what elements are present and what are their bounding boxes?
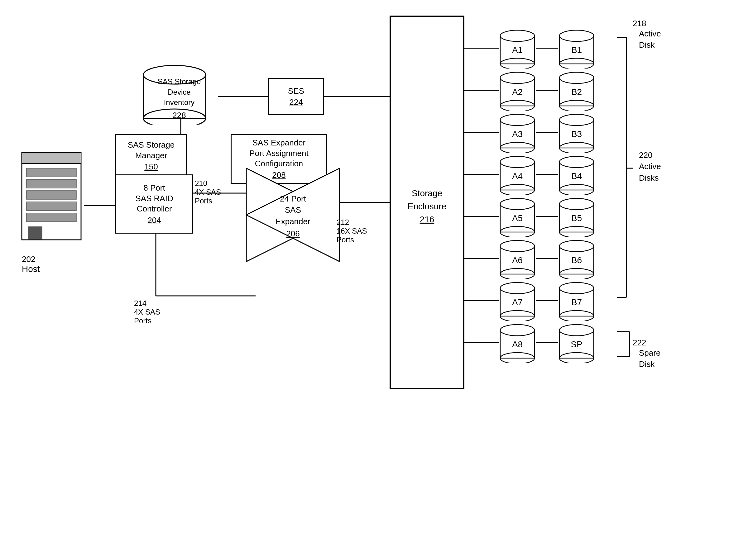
svg-text:A3: A3 xyxy=(512,129,523,139)
svg-point-58 xyxy=(500,72,535,83)
inventory-number: 228 xyxy=(145,111,213,120)
expander-label: 24 PortSASExpander xyxy=(262,193,324,227)
inventory-label: SAS StorageDeviceInventory xyxy=(145,76,213,108)
diagram: 202 Host SAS StorageManager 150 SAS Stor… xyxy=(0,0,748,560)
connectors xyxy=(0,0,748,560)
svg-point-102 xyxy=(559,283,594,294)
svg-point-66 xyxy=(500,114,535,125)
svg-text:B7: B7 xyxy=(571,297,582,307)
svg-text:A5: A5 xyxy=(512,213,523,223)
svg-text:A1: A1 xyxy=(512,45,523,55)
svg-point-78 xyxy=(559,156,594,168)
controller-box: 8 PortSAS RAIDController 204 xyxy=(115,174,193,234)
enclosure-label: StorageEnclosure216 xyxy=(393,187,461,226)
svg-point-54 xyxy=(559,30,594,42)
svg-point-50 xyxy=(500,30,535,42)
ses-label: SES xyxy=(288,86,304,97)
svg-point-90 xyxy=(500,240,535,252)
active-disk-number: 218 xyxy=(633,19,646,28)
active-disk-label: ActiveDisk xyxy=(639,28,661,51)
disk-sp: SP xyxy=(558,322,595,364)
disk-b7: B7 xyxy=(558,280,595,322)
storage-manager-label: SAS StorageManager xyxy=(128,140,174,161)
svg-rect-38 xyxy=(26,168,76,177)
svg-point-70 xyxy=(559,114,594,125)
svg-rect-37 xyxy=(22,153,81,164)
host-number-label: 202 xyxy=(22,254,40,264)
connection-212-label: 212 16X SASPorts xyxy=(336,218,367,244)
disk-a7: A7 xyxy=(499,280,536,322)
disk-a4: A4 xyxy=(499,154,536,196)
storage-manager-number: 150 xyxy=(144,162,158,172)
svg-point-82 xyxy=(500,198,535,210)
disk-b3: B3 xyxy=(558,112,595,154)
active-disks-label: 220ActiveDisks xyxy=(639,149,661,184)
svg-point-86 xyxy=(559,198,594,210)
connection-212-number: 212 xyxy=(336,218,349,226)
svg-text:B1: B1 xyxy=(571,45,582,55)
svg-text:B5: B5 xyxy=(571,213,582,223)
svg-point-110 xyxy=(559,324,594,336)
svg-point-62 xyxy=(559,72,594,83)
svg-rect-43 xyxy=(28,227,42,239)
svg-text:SP: SP xyxy=(571,340,582,349)
svg-text:A7: A7 xyxy=(512,297,523,307)
svg-point-74 xyxy=(500,156,535,168)
disk-a8: A8 xyxy=(499,322,536,364)
svg-rect-39 xyxy=(26,179,76,188)
svg-text:B4: B4 xyxy=(571,171,582,181)
connection-212-text: 16X SASPorts xyxy=(336,227,367,244)
storage-manager-box: SAS StorageManager 150 xyxy=(115,134,187,177)
svg-text:A4: A4 xyxy=(512,171,523,181)
host-box: 202 Host xyxy=(19,149,87,255)
svg-rect-42 xyxy=(26,213,76,222)
svg-text:B6: B6 xyxy=(571,255,582,265)
svg-text:A8: A8 xyxy=(512,340,523,349)
disk-b1: B1 xyxy=(558,28,595,70)
disk-a1: A1 xyxy=(499,28,536,70)
enclosure-number: 216 xyxy=(420,215,435,224)
svg-point-94 xyxy=(559,240,594,252)
connection-210-number: 210 xyxy=(195,179,207,188)
expander-number: 206 xyxy=(262,229,324,239)
connection-210-label: 210 4X SASPorts xyxy=(195,179,221,205)
controller-label: 8 PortSAS RAIDController xyxy=(135,183,173,214)
spare-disk-number: 222 xyxy=(633,338,646,347)
connection-214-number: 214 xyxy=(134,299,146,308)
expander-config-label: SAS ExpanderPort AssignmentConfiguration xyxy=(249,138,308,169)
ses-number: 224 xyxy=(289,97,303,107)
inventory-cylinder: SAS StorageDeviceInventory 228 xyxy=(140,62,215,126)
disk-a3: A3 xyxy=(499,112,536,154)
disk-b6: B6 xyxy=(558,238,595,280)
disk-a2: A2 xyxy=(499,70,536,112)
svg-rect-41 xyxy=(26,202,76,211)
svg-text:A6: A6 xyxy=(512,255,523,265)
disk-b4: B4 xyxy=(558,154,595,196)
connection-214-text: 4X SASPorts xyxy=(134,308,160,325)
host-label: Host xyxy=(22,264,40,274)
connection-214-label: 214 4X SASPorts xyxy=(134,299,160,325)
svg-text:B3: B3 xyxy=(571,129,582,139)
sas-expander: 24 PortSASExpander 206 xyxy=(246,168,340,263)
svg-text:A2: A2 xyxy=(512,87,523,97)
svg-point-106 xyxy=(500,324,535,336)
ses-box: SES 224 xyxy=(268,78,324,115)
connection-210-text: 4X SASPorts xyxy=(195,188,221,205)
disk-b5: B5 xyxy=(558,196,595,238)
controller-number: 204 xyxy=(147,216,161,225)
disk-a5: A5 xyxy=(499,196,536,238)
svg-rect-40 xyxy=(26,191,76,199)
disk-b2: B2 xyxy=(558,70,595,112)
disk-a6: A6 xyxy=(499,238,536,280)
spare-disk-label: SpareDisk xyxy=(639,347,660,370)
svg-text:B2: B2 xyxy=(571,87,582,97)
svg-point-98 xyxy=(500,283,535,294)
